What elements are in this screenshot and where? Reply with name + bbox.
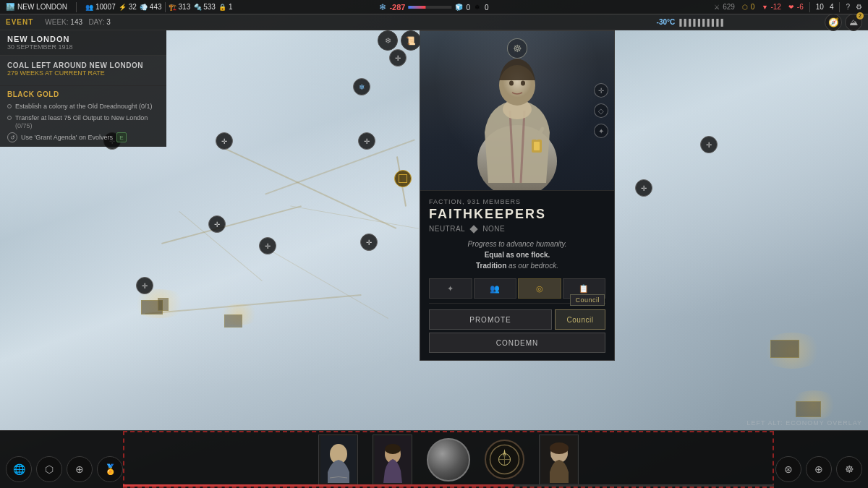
promote-button[interactable]: PROMOTE (429, 309, 552, 330)
character-portrait-2[interactable] (373, 435, 412, 485)
event-label: EVENT (6, 18, 33, 26)
temp-display: -30°C (657, 18, 676, 26)
delta2-stat: ❤ -6 (787, 3, 804, 12)
economy-overlay-hint: LEFT ALT: ECONOMY OVERLAY (747, 419, 862, 427)
resource2-stat: ⬡ 0 (741, 3, 755, 12)
bottom-right-icons: ⊛ ⊕ ☸ (775, 456, 862, 482)
snowflake-icon: ❄ (379, 2, 386, 12)
bottom-health-bar-bg (123, 484, 774, 487)
bottom-icon-badge[interactable]: 🏅 (97, 456, 123, 482)
gear-icon[interactable]: ⚙ (856, 3, 862, 11)
faction-icon-diamond[interactable]: ◇ (594, 103, 608, 118)
svg-point-16 (550, 442, 569, 454)
character-orb[interactable] (427, 438, 470, 481)
map-marker-7[interactable]: ✛ (358, 132, 375, 150)
quest-text-1: Establish a colony at the Old Dreadnough… (15, 103, 153, 111)
faction-tab-members[interactable]: 👥 (474, 278, 517, 299)
location-name-display: NEW LONDON (7, 35, 159, 43)
diamond-stat: 4 (830, 3, 834, 11)
location-date-display: 30 SEPTEMBER 1918 (7, 43, 159, 51)
temp-bar (408, 6, 451, 9)
temp-bar-fill (408, 6, 425, 9)
faction-alignment: NEUTRAL NONE (429, 225, 605, 233)
bottom-right-icon-3[interactable]: ☸ (836, 456, 862, 482)
quest-special-icon: ↺ (7, 132, 17, 142)
faction-description: Progress to advance humanity.Equal as on… (429, 239, 605, 271)
map-marker-9[interactable]: ✛ (208, 215, 226, 233)
coal-subtitle: 279 WEEKS AT CURRENT RATE (7, 69, 159, 77)
map-marker-14[interactable]: ✛ (700, 136, 718, 153)
bottom-icon-crosshair[interactable]: ⊕ (67, 456, 93, 482)
bottom-icon-compass[interactable]: ⬡ (36, 456, 62, 482)
char4-svg (488, 443, 521, 476)
top-icon-scroll[interactable]: 📜 (401, 30, 421, 51)
tab-people-icon: 👥 (490, 284, 500, 294)
char1-svg (320, 436, 357, 483)
faction-icon-cross[interactable]: ✛ (594, 83, 608, 98)
delta1-stat: ▼ -12 (760, 3, 780, 12)
event-bar: EVENT WEEK: 143 DAY: 3 -30°C ▐▐▐▐▐▐▐▐▐▐ … (0, 14, 868, 30)
svg-rect-6 (534, 142, 540, 150)
week-label: WEEK: 143 DAY: 3 (45, 18, 110, 26)
cold-icon: ❄ (473, 3, 482, 12)
location-section: 🏙️ NEW LONDON (6, 3, 67, 11)
map-marker-gold[interactable] (394, 170, 412, 187)
alignment-left: NEUTRAL (429, 225, 465, 233)
condemn-button[interactable]: CONDEMN (429, 333, 605, 353)
promote-row: PROMOTE Council Council (429, 309, 605, 330)
people-icon: 👥 (85, 3, 94, 12)
temperature-main: ❄ -287 🧊 0 ❄ 0 (379, 0, 488, 14)
faction-top-symbol: ☸ (507, 38, 527, 59)
char2-svg (375, 436, 411, 483)
svg-point-11 (385, 444, 401, 454)
quest-special-text: Use 'Grant Agenda' on Evolvers (21, 134, 113, 142)
quest-progress-2: (0/75) (15, 122, 148, 129)
quest-dot-2 (7, 116, 12, 120)
map-marker-11[interactable]: ✛ (259, 237, 276, 254)
top-right-icon-2[interactable]: ⛰ 2 (845, 14, 862, 31)
faction-tab-agenda[interactable]: ◎ (518, 278, 561, 299)
lock-stat: 🔒 1 (218, 3, 233, 12)
quest-box: BLACK GOLD Establish a colony at the Old… (0, 86, 166, 147)
steel-icon: 🔩 (193, 3, 202, 12)
city-icon: 🏙️ (6, 3, 14, 11)
council-tooltip: Council (570, 294, 605, 306)
lock-icon: 🔒 (218, 3, 227, 12)
bottom-right-icon-2[interactable]: ⊕ (806, 456, 832, 482)
character-portrait-4[interactable] (485, 440, 524, 479)
power-stat: ⚡ 32 (119, 3, 137, 12)
faction-meta: FACTION, 931 MEMBERS (429, 198, 605, 205)
alignment-diamond (470, 225, 478, 233)
faction-tab-overview[interactable]: ✦ (429, 278, 472, 299)
faction-stat: ⚔ 629 (712, 3, 735, 12)
top-right-icon-1[interactable]: 🧭 (825, 14, 842, 31)
council-button[interactable]: Council Council (555, 309, 605, 330)
bottom-right-icon-1[interactable]: ⊛ (775, 456, 801, 482)
week-value: 143 (70, 18, 82, 26)
coal-title: COAL LEFT AROUND NEW LONDON (7, 61, 159, 69)
tab-star-icon: ✦ (447, 284, 454, 294)
bottom-character-bar: 🌐 ⬡ ⊕ 🏅 (0, 430, 868, 488)
character-portrait-5[interactable] (539, 435, 579, 485)
faction-info: FACTION, 931 MEMBERS FAITHKEEPERS NEUTRA… (420, 190, 614, 360)
quest-title: BLACK GOLD (7, 90, 159, 98)
map-marker-4[interactable]: ✛ (389, 49, 407, 67)
svg-point-3 (509, 81, 514, 86)
map-marker-12[interactable]: ✛ (360, 234, 378, 251)
alignment-right: NONE (482, 225, 505, 233)
coal-info-box: COAL LEFT AROUND NEW LONDON 279 WEEKS AT… (0, 56, 166, 86)
question-icon[interactable]: ? (846, 3, 850, 11)
map-marker-13[interactable]: ✛ (635, 179, 652, 197)
map-snowflake[interactable]: ❄ (353, 78, 370, 95)
faction-panel: ✛ ◇ ✦ ☸ FACTION, 931 MEMBERS FAITHKEEPER… (420, 30, 615, 361)
bottom-icon-globe[interactable]: 🌐 (6, 456, 32, 482)
character-portrait-1[interactable] (318, 435, 358, 485)
map-marker-10[interactable]: ✛ (136, 277, 153, 294)
freeze-icon: 🧊 (454, 3, 463, 12)
delta-icon: ▼ (760, 3, 769, 12)
faction-icon-star[interactable]: ✦ (594, 124, 608, 138)
map-marker-2[interactable]: ✛ (216, 132, 233, 150)
top-icon-snowflake[interactable]: ❄ (378, 30, 398, 51)
quest-item-1: Establish a colony at the Old Dreadnough… (7, 103, 159, 111)
quest-text-2: Transfer at least 75 Oil Output to New L… (15, 114, 148, 123)
